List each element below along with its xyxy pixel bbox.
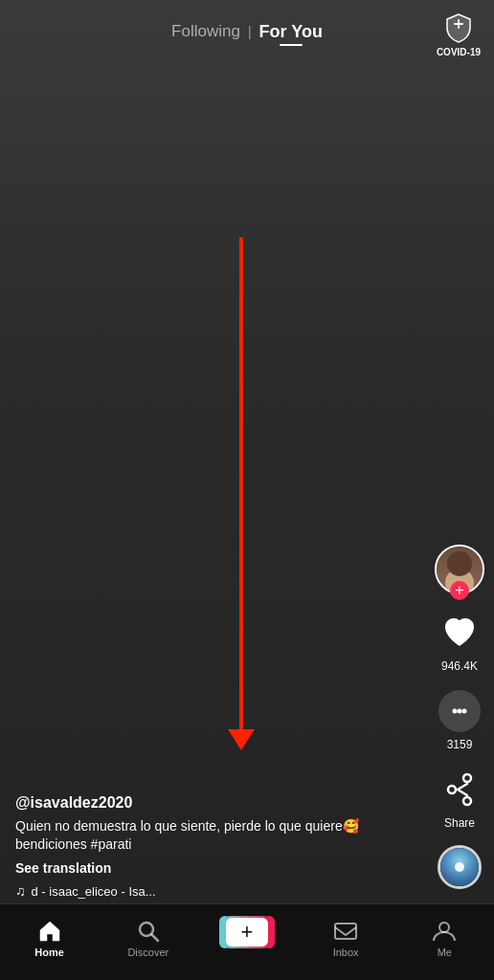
header-tabs: Following | For You [171,22,323,42]
tab-divider: | [248,24,252,39]
nav-me-label: Me [438,947,452,958]
header: Following | For You COVID-19 [0,0,494,63]
search-icon [135,918,162,945]
annotation-arrow [239,237,243,735]
nav-home[interactable]: Home [16,914,83,958]
svg-point-3 [463,774,471,782]
create-button[interactable]: + [223,916,271,948]
username[interactable]: @isavaldez2020 [15,794,422,812]
svg-line-7 [151,935,158,942]
likes-count: 946.4K [441,659,478,673]
covid-badge[interactable]: COVID-19 [437,10,481,57]
share-button[interactable]: Share [437,767,483,830]
music-info[interactable]: ♫ d - isaac_eliceo - Isa... [15,883,422,899]
comments-button[interactable]: 3159 [437,688,483,751]
nav-home-label: Home [34,947,64,958]
home-icon [36,918,63,945]
profile-icon [431,918,458,945]
caption: Quien no demuestra lo que siente, pierde… [15,817,422,855]
inbox-icon [332,918,359,945]
svg-point-9 [439,923,449,932]
covid-label: COVID-19 [437,47,481,57]
svg-point-4 [463,797,471,805]
music-title: d - isaac_eliceo - Isa... [32,884,156,899]
comments-count: 3159 [447,738,473,751]
comment-icon [437,688,483,734]
right-sidebar: + 946.4K 3159 [435,545,484,889]
svg-point-5 [448,786,456,793]
music-note-icon: ♫ [15,883,26,899]
follow-plus-icon[interactable]: + [450,581,469,600]
avatar-container[interactable]: + [435,545,484,594]
svg-point-2 [462,709,467,714]
nav-inbox-label: Inbox [333,947,359,958]
plus-button-inner: + [226,918,268,947]
bottom-content: @isavaldez2020 Quien no demuestra lo que… [15,794,422,899]
nav-inbox[interactable]: Inbox [312,914,379,958]
covid-shield-icon [440,10,477,46]
like-button[interactable]: 946.4K [437,610,483,673]
share-label: Share [444,816,475,830]
nav-discover[interactable]: Discover [115,914,182,958]
svg-point-0 [453,709,458,714]
see-translation-button[interactable]: See translation [15,860,422,876]
share-icon [437,767,483,813]
heart-icon [437,610,483,656]
bottom-nav: Home Discover + Inbox [0,903,494,980]
tab-foryou[interactable]: For You [259,22,323,42]
music-disc-button[interactable] [438,845,482,889]
svg-rect-8 [335,924,356,939]
svg-point-1 [458,709,462,714]
plus-icon: + [241,922,254,943]
nav-me[interactable]: Me [411,914,478,958]
nav-discover-label: Discover [127,947,168,958]
nav-create[interactable]: + [213,914,281,948]
tab-following[interactable]: Following [171,22,240,41]
music-disc-icon [438,845,482,889]
